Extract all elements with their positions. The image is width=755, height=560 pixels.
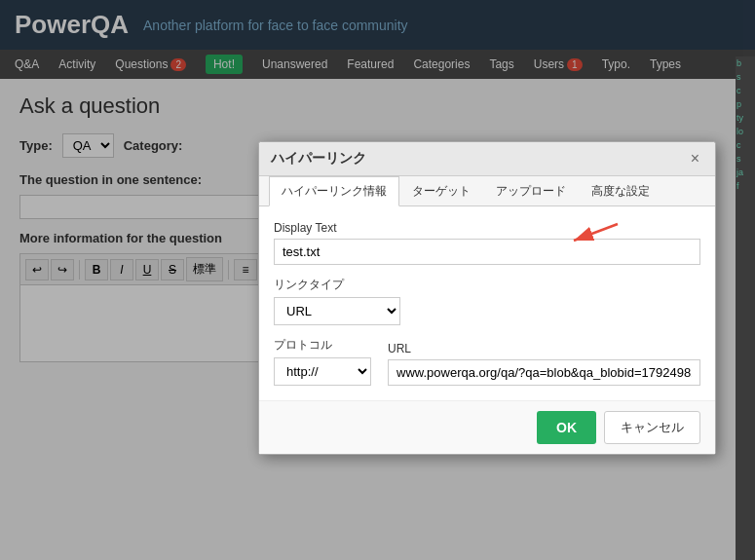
protocol-group: プロトコル http:// [274,337,378,386]
url-label: URL [388,342,700,355]
url-row: プロトコル http:// URL [274,337,700,386]
link-type-group: リンクタイプ URL [274,277,700,325]
arrow-indicator [545,219,623,251]
dialog-close-button[interactable]: × [687,150,703,168]
svg-line-1 [574,224,618,241]
dialog-body: Display Text リンクタイプ [259,206,715,400]
tab-target[interactable]: ターゲット [399,176,483,206]
tab-upload[interactable]: アップロード [483,176,579,206]
ok-button[interactable]: OK [537,411,596,444]
dialog-footer: OK キャンセル [259,400,715,454]
display-text-label: Display Text [274,221,700,235]
hyperlink-dialog: ハイパーリンク × ハイパーリンク情報 ターゲット アップロード 高度な設定 D… [258,141,716,455]
dialog-tabs: ハイパーリンク情報 ターゲット アップロード 高度な設定 [259,176,715,206]
url-group: URL [388,342,700,386]
protocol-select[interactable]: http:// [274,357,371,386]
dialog-title: ハイパーリンク [271,150,366,168]
tab-advanced[interactable]: 高度な設定 [579,176,662,206]
cancel-button[interactable]: キャンセル [604,411,700,444]
tab-hyperlink-info[interactable]: ハイパーリンク情報 [269,176,399,206]
dialog-titlebar: ハイパーリンク × [259,142,715,176]
protocol-label: プロトコル [274,337,378,354]
url-input[interactable] [388,359,700,386]
link-type-select[interactable]: URL [274,297,400,325]
display-text-input[interactable] [274,239,700,265]
display-text-group: Display Text [274,221,700,265]
link-type-label: リンクタイプ [274,277,700,293]
